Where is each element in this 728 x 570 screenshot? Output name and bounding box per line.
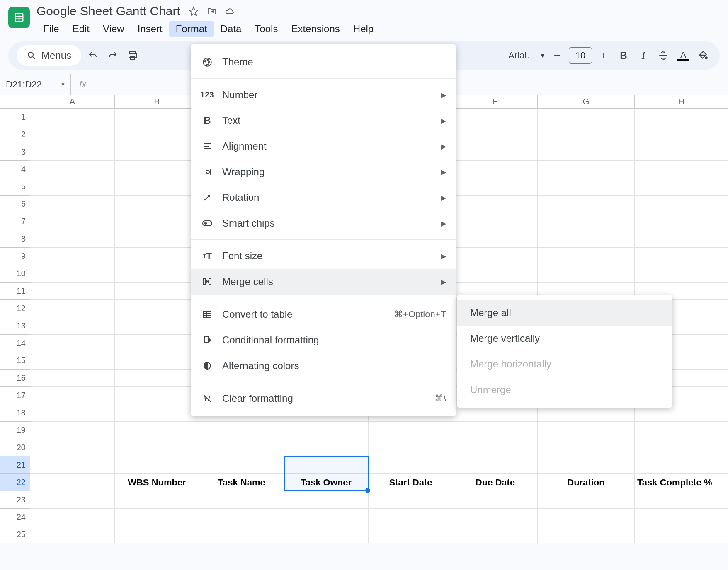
cell-F19[interactable] — [453, 422, 538, 439]
row-header-10[interactable]: 10 — [0, 265, 30, 283]
row-header-3[interactable]: 3 — [0, 143, 30, 161]
cell-A15[interactable] — [30, 352, 115, 370]
row-header-6[interactable]: 6 — [0, 196, 30, 213]
row-header-1[interactable]: 1 — [0, 109, 30, 126]
cell-G10[interactable] — [538, 265, 635, 283]
menu-format[interactable]: Format — [169, 21, 214, 37]
cell-A12[interactable] — [30, 300, 115, 317]
doc-title[interactable]: Google Sheet Gantt Chart — [36, 4, 180, 18]
cell-G8[interactable] — [538, 230, 635, 248]
row-header-2[interactable]: 2 — [0, 126, 30, 143]
cell-H7[interactable] — [635, 213, 728, 230]
cell-B22[interactable]: WBS Number — [115, 474, 199, 491]
cell-B1[interactable] — [115, 109, 199, 126]
cell-G1[interactable] — [538, 109, 635, 126]
merge-option-merge-all[interactable]: Merge all — [457, 300, 672, 326]
format-menu-clear-formatting[interactable]: Clear formatting⌘\ — [191, 386, 456, 411]
cell-B2[interactable] — [115, 126, 199, 143]
cell-H10[interactable] — [635, 265, 728, 283]
cell-F3[interactable] — [453, 143, 538, 161]
print-button[interactable] — [124, 47, 141, 64]
cell-D21[interactable] — [284, 456, 369, 474]
fill-color-button[interactable] — [695, 47, 711, 64]
cell-H23[interactable] — [635, 491, 728, 509]
cell-B18[interactable] — [115, 404, 199, 422]
cell-G24[interactable] — [538, 509, 635, 526]
cell-F20[interactable] — [453, 439, 538, 456]
menu-data[interactable]: Data — [214, 21, 248, 37]
menu-view[interactable]: View — [96, 21, 131, 37]
cell-A14[interactable] — [30, 335, 115, 352]
cell-F5[interactable] — [453, 178, 538, 196]
cell-B8[interactable] — [115, 230, 199, 248]
cell-G7[interactable] — [538, 213, 635, 230]
cell-B14[interactable] — [115, 335, 199, 352]
cell-B12[interactable] — [115, 300, 199, 317]
cell-B9[interactable] — [115, 248, 199, 265]
cell-D20[interactable] — [284, 439, 369, 456]
format-menu-alternating-colors[interactable]: Alternating colors — [191, 353, 456, 379]
cell-A25[interactable] — [30, 526, 115, 543]
cell-H8[interactable] — [635, 230, 728, 248]
cell-E24[interactable] — [369, 509, 453, 526]
cell-B3[interactable] — [115, 143, 199, 161]
cell-F22[interactable]: Due Date — [453, 474, 538, 491]
cell-H24[interactable] — [635, 509, 728, 526]
cell-B10[interactable] — [115, 265, 199, 283]
cell-D19[interactable] — [284, 422, 369, 439]
cell-F21[interactable] — [453, 456, 538, 474]
cell-B6[interactable] — [115, 196, 199, 213]
cell-B11[interactable] — [115, 283, 199, 300]
cell-H6[interactable] — [635, 196, 728, 213]
column-header-H[interactable]: H — [635, 95, 728, 109]
format-menu-merge-cells[interactable]: Merge cells▶ — [191, 269, 456, 295]
cell-A13[interactable] — [30, 317, 115, 335]
menu-insert[interactable]: Insert — [131, 21, 169, 37]
cell-B7[interactable] — [115, 213, 199, 230]
cell-B21[interactable] — [115, 456, 199, 474]
increase-font-size-button[interactable]: + — [595, 47, 612, 64]
cell-D25[interactable] — [284, 526, 369, 543]
row-header-17[interactable]: 17 — [0, 387, 30, 404]
cell-A24[interactable] — [30, 509, 115, 526]
cell-H25[interactable] — [635, 526, 728, 543]
cell-F8[interactable] — [453, 230, 538, 248]
cell-C21[interactable] — [199, 456, 284, 474]
row-header-25[interactable]: 25 — [0, 526, 30, 543]
cell-A11[interactable] — [30, 283, 115, 300]
cell-H9[interactable] — [635, 248, 728, 265]
row-header-14[interactable]: 14 — [0, 335, 30, 352]
format-menu-convert-to-table[interactable]: Convert to table⌘+Option+T — [191, 302, 456, 327]
cloud-status-icon[interactable] — [225, 6, 235, 16]
cell-C22[interactable]: Task Name — [199, 474, 284, 491]
cell-F2[interactable] — [453, 126, 538, 143]
row-header-20[interactable]: 20 — [0, 439, 30, 456]
decrease-font-size-button[interactable]: − — [549, 47, 565, 64]
cell-B15[interactable] — [115, 352, 199, 370]
cell-B5[interactable] — [115, 178, 199, 196]
cell-F9[interactable] — [453, 248, 538, 265]
cell-G23[interactable] — [538, 491, 635, 509]
cell-G19[interactable] — [538, 422, 635, 439]
paint-format-button[interactable] — [144, 47, 148, 64]
cell-E25[interactable] — [369, 526, 453, 543]
cell-G4[interactable] — [538, 161, 635, 178]
cell-A3[interactable] — [30, 143, 115, 161]
cell-H5[interactable] — [635, 178, 728, 196]
column-header-B[interactable]: B — [115, 95, 199, 109]
merge-option-merge-vertically[interactable]: Merge vertically — [457, 326, 672, 351]
row-header-22[interactable]: 22 — [0, 474, 30, 491]
cell-G5[interactable] — [538, 178, 635, 196]
text-color-button[interactable]: A — [675, 47, 692, 64]
cell-B20[interactable] — [115, 439, 199, 456]
cell-B19[interactable] — [115, 422, 199, 439]
move-folder-icon[interactable] — [207, 6, 217, 16]
cell-C25[interactable] — [199, 526, 284, 543]
cell-B24[interactable] — [115, 509, 199, 526]
font-size-input[interactable]: 10 — [569, 47, 592, 64]
row-header-21[interactable]: 21 — [0, 456, 30, 474]
format-menu-number[interactable]: 123Number▶ — [191, 82, 456, 108]
format-menu-theme[interactable]: Theme — [191, 49, 456, 75]
cell-A16[interactable] — [30, 370, 115, 387]
menu-extensions[interactable]: Extensions — [284, 21, 346, 37]
